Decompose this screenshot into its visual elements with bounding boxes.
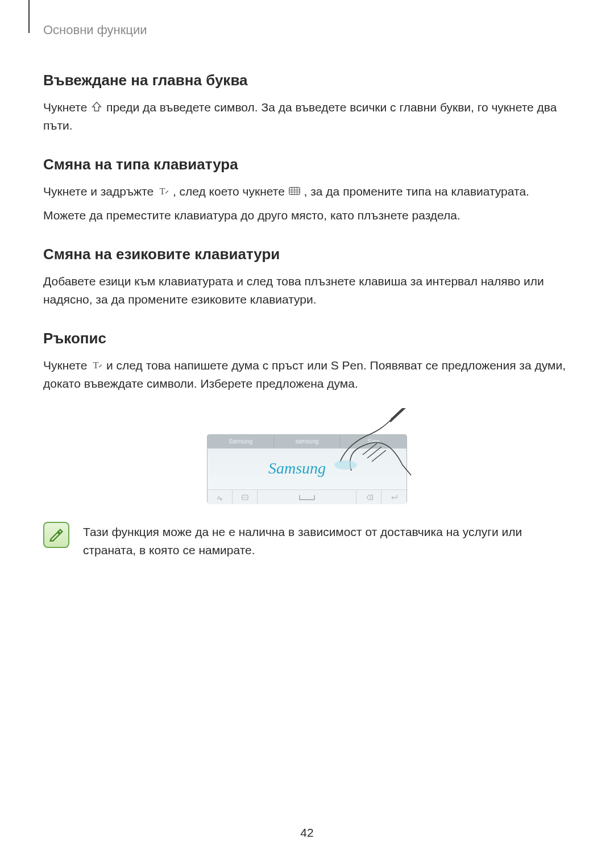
heading-kbtype: Смяна на типа клавиатура <box>43 156 571 173</box>
text: Чукнете <box>43 101 90 114</box>
heading-lang: Смяна на езиковите клавиатури <box>43 246 571 263</box>
text: Чукнете и задръжте <box>43 185 157 198</box>
svg-point-8 <box>334 460 357 470</box>
text: Чукнете <box>43 359 90 372</box>
figure-key: Aa <box>208 490 233 504</box>
figure-bottom-row: Aa <box>208 489 406 504</box>
svg-text:T: T <box>93 360 99 371</box>
figure-hand-illustration <box>323 408 414 476</box>
text: , за да промените типа на клавиатурата. <box>304 185 529 198</box>
text: , след което чукнете <box>173 185 288 198</box>
handwriting-figure: Samsung samsung Sam Samsung Aa <box>207 408 407 505</box>
figure-enter-key <box>381 490 406 504</box>
figure-space-key <box>258 490 356 504</box>
suggestion-item: Samsung <box>208 435 274 448</box>
note-text: Тази функция може да не е налична в зави… <box>83 522 571 559</box>
note-block: Тази функция може да не е налична в зави… <box>43 522 571 559</box>
svg-text:T: T <box>160 186 165 197</box>
t-pen-icon: T <box>90 359 103 371</box>
heading-handwriting: Ръкопис <box>43 330 571 347</box>
svg-line-10 <box>390 408 407 422</box>
para-caps: Чукнете преди да въведете символ. За да … <box>43 98 571 134</box>
margin-tab-line <box>28 0 30 33</box>
keyboard-grid-icon <box>288 185 301 197</box>
document-page: Основни функции Въвеждане на главна букв… <box>0 0 614 868</box>
shift-icon <box>90 101 103 113</box>
para-kbtype-2: Можете да преместите клавиатура до друго… <box>43 206 571 225</box>
page-number: 42 <box>0 826 614 840</box>
para-handwriting: Чукнете T и след това напишете дума с пр… <box>43 356 571 392</box>
t-pen-icon: T <box>157 185 169 197</box>
note-icon <box>43 522 69 548</box>
figure-backspace-key <box>356 490 381 504</box>
para-kbtype-1: Чукнете и задръжте T , след което чукнет… <box>43 182 571 201</box>
svg-text:a: a <box>220 497 222 501</box>
figure-handwriting-text: Samsung <box>268 459 326 477</box>
text: и след това напишете дума с пръст или S … <box>43 359 566 390</box>
heading-caps: Въвеждане на главна буква <box>43 72 571 89</box>
figure-key <box>233 490 258 504</box>
breadcrumb: Основни функции <box>43 23 571 38</box>
para-lang: Добавете езици към клавиатурата и след т… <box>43 272 571 308</box>
text: преди да въведете символ. За да въведете… <box>43 101 557 132</box>
